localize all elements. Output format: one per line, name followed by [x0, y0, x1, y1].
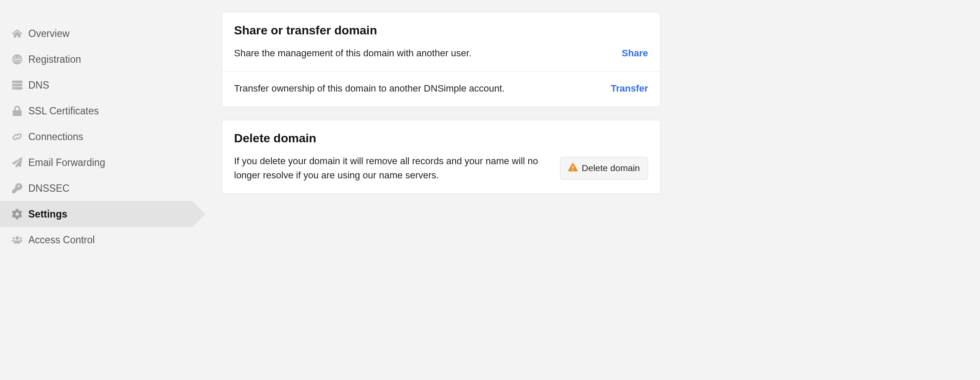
share-transfer-card: Share or transfer domain Share the manag…	[222, 12, 660, 107]
sidebar-item-label: DNSSEC	[28, 183, 70, 194]
home-icon	[11, 28, 23, 39]
share-description: Share the management of this domain with…	[234, 46, 472, 60]
delete-domain-description: If you delete your domain it will remove…	[234, 154, 560, 182]
link-icon	[11, 132, 23, 142]
sidebar: Overview Registration DNS SSL Certificat…	[0, 0, 192, 380]
sidebar-item-label: Settings	[28, 208, 67, 220]
share-transfer-title: Share or transfer domain	[234, 24, 648, 37]
paper-plane-icon	[11, 157, 23, 168]
sidebar-item-connections[interactable]: Connections	[0, 124, 192, 150]
sidebar-item-label: Access Control	[28, 234, 95, 246]
server-icon	[11, 80, 23, 90]
sidebar-item-label: Registration	[28, 54, 81, 65]
transfer-button[interactable]: Transfer	[611, 83, 648, 94]
delete-domain-button-label: Delete domain	[582, 163, 640, 173]
users-icon	[11, 235, 23, 245]
share-button[interactable]: Share	[622, 48, 648, 59]
delete-domain-card: Delete domain If you delete your domain …	[222, 120, 660, 194]
delete-domain-title: Delete domain	[234, 132, 648, 145]
sidebar-item-dns[interactable]: DNS	[0, 72, 192, 98]
lock-icon	[11, 106, 23, 116]
delete-domain-button[interactable]: Delete domain	[560, 157, 648, 180]
sidebar-item-label: DNS	[28, 80, 49, 91]
sidebar-item-ssl[interactable]: SSL Certificates	[0, 98, 192, 124]
sidebar-item-label: SSL Certificates	[28, 105, 99, 117]
sidebar-item-email-forwarding[interactable]: Email Forwarding	[0, 150, 192, 175]
main-content: Share or transfer domain Share the manag…	[192, 0, 660, 380]
sidebar-item-settings[interactable]: Settings	[0, 201, 192, 227]
sidebar-item-registration[interactable]: Registration	[0, 46, 192, 72]
warning-icon	[568, 162, 578, 174]
globe-icon	[11, 54, 23, 64]
transfer-description: Transfer ownership of this domain to ano…	[234, 81, 505, 95]
sidebar-item-dnssec[interactable]: DNSSEC	[0, 175, 192, 201]
sidebar-item-label: Overview	[28, 28, 70, 40]
key-icon	[11, 183, 23, 193]
gear-icon	[11, 209, 23, 219]
sidebar-item-label: Email Forwarding	[28, 157, 105, 169]
sidebar-item-access-control[interactable]: Access Control	[0, 227, 192, 253]
sidebar-item-overview[interactable]: Overview	[0, 21, 192, 46]
sidebar-item-label: Connections	[28, 131, 83, 143]
